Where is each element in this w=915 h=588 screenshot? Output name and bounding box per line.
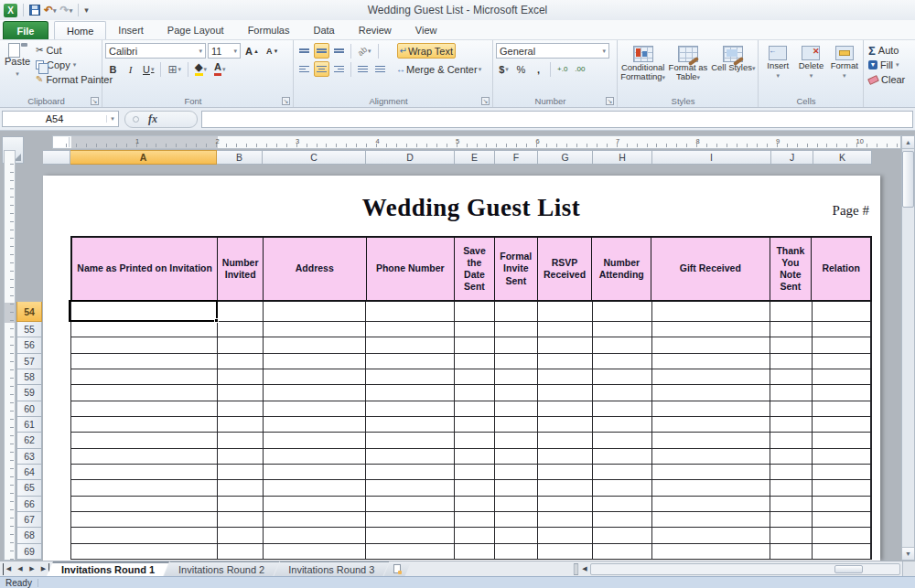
cell-F68[interactable] — [495, 528, 538, 542]
cell-B68[interactable] — [218, 528, 264, 542]
cell-J54[interactable] — [770, 302, 813, 321]
cell-I56[interactable] — [652, 337, 771, 352]
table-header-cell[interactable]: Name as Printed on Invitation — [72, 238, 218, 300]
table-header-cell[interactable]: Number Invited — [218, 238, 264, 300]
cell-J59[interactable] — [770, 385, 813, 400]
cell-G57[interactable] — [538, 354, 593, 369]
cell-E60[interactable] — [455, 401, 495, 416]
center-button[interactable] — [314, 61, 329, 77]
column-header-H[interactable]: H — [593, 150, 652, 165]
cell-J58[interactable] — [770, 369, 813, 384]
sheet-tab-2[interactable]: Invitations Round 2 — [164, 561, 279, 576]
cell-C68[interactable] — [264, 528, 367, 542]
tab-home[interactable]: Home — [54, 21, 106, 39]
cell-F62[interactable] — [495, 433, 538, 447]
cell-A69[interactable] — [71, 544, 218, 559]
table-header-cell[interactable]: Address — [264, 238, 366, 300]
cell-F61[interactable] — [495, 417, 538, 432]
cell-D62[interactable] — [366, 433, 455, 447]
cell-J56[interactable] — [770, 337, 813, 352]
cell-A60[interactable] — [71, 401, 218, 416]
cell-J69[interactable] — [770, 544, 813, 559]
cell-K60[interactable] — [813, 401, 871, 416]
cell-styles-button[interactable]: Cell Styles▾ — [711, 45, 756, 94]
cell-G59[interactable] — [538, 385, 593, 400]
cell-C66[interactable] — [264, 497, 367, 511]
cell-D60[interactable] — [366, 401, 455, 416]
cell-E54[interactable] — [455, 302, 495, 321]
alignment-dialog-launcher-icon[interactable]: ↘ — [481, 97, 490, 105]
row-header-59[interactable]: 59 — [16, 385, 42, 401]
delete-cells-button[interactable]: Delete▾ — [794, 45, 827, 94]
cell-E57[interactable] — [455, 354, 495, 369]
column-header-D[interactable]: D — [366, 150, 455, 165]
cell-E62[interactable] — [455, 433, 495, 447]
cell-K58[interactable] — [813, 369, 871, 384]
cell-F56[interactable] — [495, 337, 538, 352]
cell-C63[interactable] — [264, 449, 367, 464]
cell-E65[interactable] — [455, 480, 495, 495]
cell-I55[interactable] — [652, 322, 771, 337]
row-header-67[interactable]: 67 — [16, 512, 42, 528]
tab-page-layout[interactable]: Page Layout — [156, 21, 236, 39]
cell-A56[interactable] — [71, 337, 218, 352]
cell-H64[interactable] — [593, 465, 652, 479]
cell-J60[interactable] — [770, 401, 813, 416]
vertical-scrollbar[interactable]: ▲ ▼ — [901, 135, 915, 561]
cell-B56[interactable] — [218, 337, 264, 352]
borders-button[interactable]: ⊞▾ — [165, 61, 184, 77]
grow-font-button[interactable]: A▲ — [242, 43, 262, 59]
cell-H54[interactable] — [593, 302, 652, 321]
fill-color-button[interactable]: ◆▾ — [192, 61, 210, 77]
column-header-J[interactable]: J — [771, 150, 813, 165]
row-header-55[interactable]: 55 — [16, 322, 42, 337]
cell-K64[interactable] — [813, 465, 871, 479]
format-painter-button[interactable]: ✎Format Painter — [34, 72, 100, 87]
cell-H67[interactable] — [593, 512, 652, 527]
conditional-formatting-button[interactable]: Conditional Formatting▾ — [620, 45, 665, 94]
cell-D65[interactable] — [366, 480, 455, 495]
cell-H59[interactable] — [593, 385, 652, 400]
cell-H66[interactable] — [593, 497, 652, 511]
cell-J64[interactable] — [770, 465, 813, 479]
cell-A55[interactable] — [71, 322, 218, 337]
cell-J61[interactable] — [770, 417, 813, 432]
tab-review[interactable]: Review — [347, 21, 404, 39]
tab-data[interactable]: Data — [301, 21, 346, 39]
cell-I57[interactable] — [652, 354, 771, 369]
align-right-button[interactable] — [331, 61, 347, 77]
clipboard-dialog-launcher-icon[interactable]: ↘ — [91, 97, 99, 105]
row-header-56[interactable]: 56 — [16, 337, 42, 353]
cell-C56[interactable] — [264, 337, 367, 352]
table-header-cell[interactable]: Thank You Note Sent — [770, 238, 813, 300]
cell-G66[interactable] — [538, 497, 593, 511]
cell-G56[interactable] — [538, 337, 593, 352]
cell-E56[interactable] — [455, 337, 495, 352]
row-header-69[interactable]: 69 — [16, 544, 42, 560]
cell-G64[interactable] — [538, 465, 593, 479]
excel-app-icon[interactable]: X — [4, 4, 17, 17]
cell-G69[interactable] — [538, 544, 593, 559]
row-header-61[interactable]: 61 — [16, 417, 42, 433]
decrease-indent-button[interactable] — [355, 61, 371, 77]
cell-I60[interactable] — [652, 401, 771, 416]
cell-C59[interactable] — [264, 385, 367, 400]
cell-D64[interactable] — [366, 465, 455, 479]
font-color-button[interactable]: A▾ — [211, 61, 228, 77]
accounting-format-button[interactable]: $▾ — [496, 61, 511, 77]
cell-F54[interactable] — [495, 302, 538, 321]
cell-A59[interactable] — [71, 385, 218, 400]
cell-G65[interactable] — [538, 480, 593, 495]
cell-A63[interactable] — [71, 449, 218, 464]
column-header-A[interactable]: A — [70, 150, 217, 165]
formula-input[interactable] — [201, 111, 913, 128]
cell-J55[interactable] — [770, 322, 813, 337]
redo-button[interactable]: ↷▾ — [60, 5, 73, 16]
cell-H57[interactable] — [593, 354, 652, 369]
next-sheet-button[interactable]: ▶ — [27, 563, 38, 575]
cell-I66[interactable] — [652, 497, 771, 511]
cell-D58[interactable] — [366, 369, 455, 384]
previous-sheet-button[interactable]: ◀ — [15, 563, 26, 575]
cell-D56[interactable] — [366, 337, 455, 352]
cell-B65[interactable] — [218, 480, 264, 495]
